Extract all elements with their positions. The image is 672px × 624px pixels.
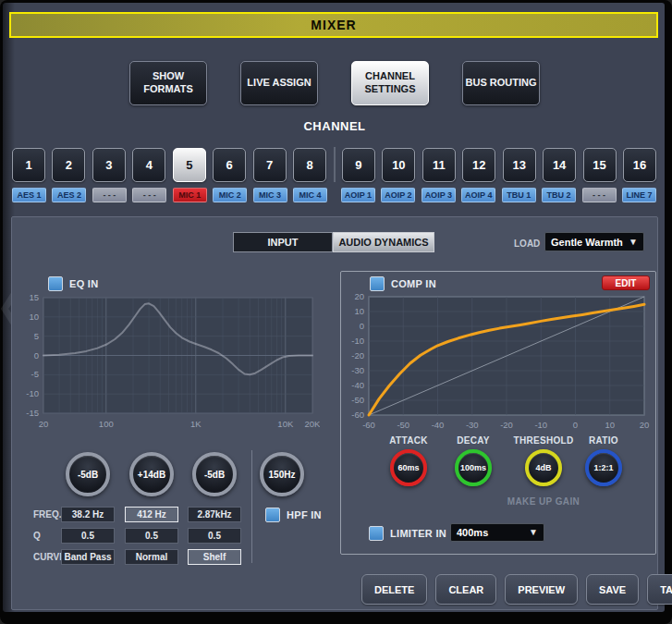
channel-11-source-label[interactable]: AOIP 3 — [422, 188, 456, 202]
svg-text:0: 0 — [573, 420, 578, 430]
channel-10-button[interactable]: 10 — [382, 148, 415, 182]
tab-input[interactable]: INPUT — [233, 232, 333, 252]
svg-text:-30: -30 — [351, 365, 364, 375]
channel-heading: CHANNEL — [11, 119, 658, 133]
eq-gain-knob-3[interactable]: -5dB — [192, 452, 237, 496]
channel-13-source-label[interactable]: TBU 1 — [502, 188, 536, 202]
mixer-window: MIXER SHOW FORMATSLIVE ASSIGNCHANNEL SET… — [0, 0, 672, 624]
channel-6-source-label[interactable]: MIC 2 — [213, 188, 247, 202]
channel-11-button[interactable]: 11 — [422, 148, 456, 182]
channel-3-source-label[interactable]: - - - — [92, 188, 127, 202]
eq-curve-field-1[interactable]: Band Pass — [61, 549, 115, 565]
load-preset-dropdown[interactable]: Gentle Warmth ▼ — [544, 232, 644, 251]
channel-12-button[interactable]: 12 — [462, 148, 495, 182]
hpf-in-checkbox[interactable] — [265, 508, 280, 522]
channel-4-source-label[interactable]: - - - — [132, 188, 166, 202]
action-take-button[interactable]: TAKE — [647, 574, 672, 605]
svg-text:-50: -50 — [397, 420, 409, 430]
eq-freq--field-1[interactable]: 38.2 Hz — [61, 507, 115, 522]
limiter-in-checkbox[interactable] — [369, 526, 384, 541]
channel-16-button[interactable]: 16 — [623, 148, 656, 182]
eq-freq--field-3[interactable]: 2.87kHz — [188, 507, 241, 522]
comp-decay-column: DECAY100ms — [436, 435, 510, 486]
action-preview-button[interactable]: PREVIEW — [505, 574, 578, 605]
comp-attack-label: ATTACK — [372, 435, 446, 446]
channel-7-button[interactable]: 7 — [253, 148, 287, 182]
channel-16-source-label[interactable]: LINE 7 — [622, 188, 656, 202]
svg-text:-20: -20 — [351, 350, 364, 361]
eq-graph: 151050-5-10-15201001K10K20K — [24, 291, 320, 430]
action-clear-button[interactable]: CLEAR — [435, 574, 496, 605]
limiter-in-label: LIMITER IN — [390, 528, 446, 539]
channel-labels: AES 1AES 2- - -- - -MIC 1MIC 2MIC 3MIC 4… — [12, 187, 656, 202]
channel-1-button[interactable]: 1 — [12, 148, 45, 182]
channel-10-source-label[interactable]: AOIP 2 — [381, 188, 415, 202]
comp-ratio-knob[interactable]: 1:2:1 — [585, 449, 622, 486]
page-title-text: MIXER — [311, 18, 356, 32]
nav-channel-settings-button[interactable]: CHANNEL SETTINGS — [351, 61, 429, 105]
comp-attack-column: ATTACK60ms — [372, 435, 446, 486]
channel-5-source-label[interactable]: MIC 1 — [173, 188, 207, 202]
comp-attack-knob[interactable]: 60ms — [390, 449, 427, 486]
svg-text:10: 10 — [354, 306, 364, 316]
channel-12-source-label[interactable]: AOIP 4 — [461, 188, 495, 202]
svg-text:-20: -20 — [500, 420, 513, 430]
eq-in-checkbox[interactable] — [48, 276, 63, 291]
channel-1-source-label[interactable]: AES 1 — [12, 188, 46, 202]
channel-5-button[interactable]: 5 — [173, 148, 206, 182]
svg-text:-40: -40 — [351, 380, 364, 390]
eq-curve-field-2[interactable]: Normal — [125, 549, 178, 565]
svg-text:5: 5 — [34, 331, 39, 341]
channel-8-source-label[interactable]: MIC 4 — [293, 188, 327, 202]
comp-decay-knob[interactable]: 100ms — [455, 449, 492, 486]
svg-text:20: 20 — [640, 420, 650, 430]
channel-15-source-label[interactable]: - - - — [582, 188, 617, 202]
action-delete-button[interactable]: DELETE — [361, 574, 427, 605]
nav-show-formats-button[interactable]: SHOW FORMATS — [129, 61, 207, 105]
eq-freq--field-2[interactable]: 412 Hz — [125, 507, 178, 522]
hpf-frequency-knob[interactable]: 150Hz — [260, 452, 304, 496]
channel-9-source-label[interactable]: AOIP 1 — [341, 188, 375, 202]
action-save-button[interactable]: SAVE — [586, 574, 639, 605]
svg-text:20: 20 — [39, 419, 49, 429]
comp-threshold-knob[interactable]: 4dB — [525, 449, 562, 486]
limiter-time-dropdown[interactable]: 400ms ▼ — [450, 523, 544, 542]
eq-gain-knob-2[interactable]: +14dB — [129, 452, 174, 496]
channel-2-button[interactable]: 2 — [52, 148, 85, 182]
channel-14-button[interactable]: 14 — [543, 148, 576, 182]
comp-ratio-label: RATIO — [567, 435, 641, 446]
comp-ratio-column: RATIO1:2:1 — [567, 435, 641, 486]
eq-curve-field-3[interactable]: Shelf — [188, 549, 241, 565]
comp-in-checkbox[interactable] — [370, 276, 385, 291]
eq-q-field-3[interactable]: 0.5 — [188, 528, 241, 544]
channel-4-button[interactable]: 4 — [132, 148, 165, 182]
chevron-down-icon: ▼ — [629, 238, 638, 247]
svg-text:-10: -10 — [26, 388, 39, 398]
channel-group-divider — [334, 147, 336, 182]
channel-14-source-label[interactable]: TBU 2 — [542, 188, 576, 202]
channel-3-button[interactable]: 3 — [92, 148, 126, 182]
svg-text:10K: 10K — [277, 419, 294, 429]
eq-q-field-1[interactable]: 0.5 — [61, 528, 115, 544]
svg-text:-10: -10 — [351, 336, 364, 346]
edit-button[interactable]: EDIT — [602, 275, 650, 290]
channel-6-button[interactable]: 6 — [213, 148, 246, 182]
comp-decay-label: DECAY — [436, 435, 510, 446]
channel-2-source-label[interactable]: AES 2 — [52, 188, 86, 202]
channel-15-button[interactable]: 15 — [583, 148, 617, 182]
nav-buttons: SHOW FORMATSLIVE ASSIGNCHANNEL SETTINGSB… — [11, 61, 658, 105]
channel-7-source-label[interactable]: MIC 3 — [253, 188, 287, 202]
eq-row-label-freq-: FREQ. — [33, 509, 62, 520]
channel-8-button[interactable]: 8 — [293, 148, 326, 182]
svg-text:-10: -10 — [534, 420, 547, 430]
channel-9-button[interactable]: 9 — [342, 148, 375, 182]
tab-audio-dynamics[interactable]: AUDIO DYNAMICS — [333, 232, 434, 252]
svg-text:100: 100 — [99, 419, 114, 429]
svg-text:-15: -15 — [26, 408, 39, 418]
eq-gain-knob-1[interactable]: -5dB — [66, 452, 110, 496]
nav-bus-routing-button[interactable]: BUS ROUTING — [462, 61, 540, 105]
eq-q-field-2[interactable]: 0.5 — [125, 528, 178, 544]
channel-13-button[interactable]: 13 — [503, 148, 536, 182]
svg-text:10: 10 — [605, 420, 615, 430]
nav-live-assign-button[interactable]: LIVE ASSIGN — [240, 61, 318, 105]
